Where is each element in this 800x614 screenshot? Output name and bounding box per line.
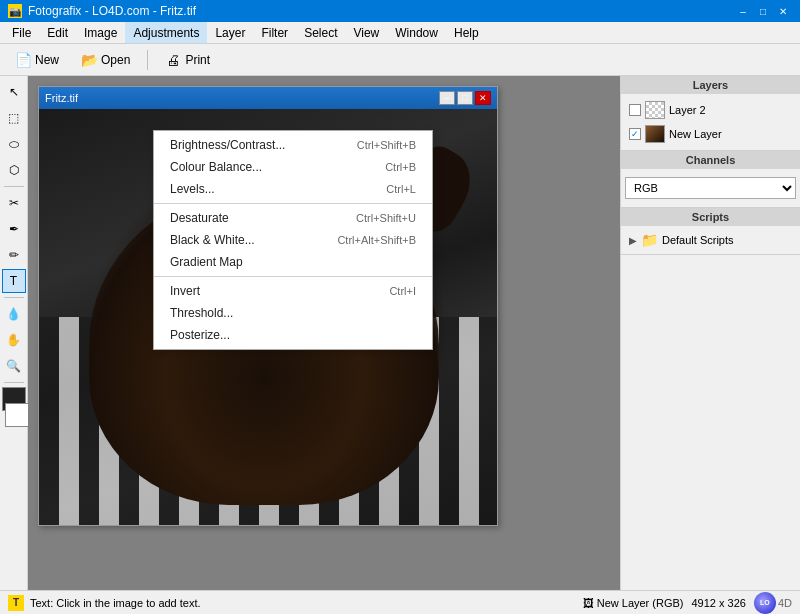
tool-ellipse-select[interactable]: ⬭ — [2, 132, 26, 156]
menu-gradient-map[interactable]: Gradient Map — [154, 251, 432, 273]
right-panel: Layers Layer 2 ✓ New Layer — [620, 76, 800, 590]
menu-separator-2 — [154, 276, 432, 277]
menu-colour-balance[interactable]: Colour Balance... Ctrl+B — [154, 156, 432, 178]
menu-image[interactable]: Image — [76, 22, 125, 43]
tool-zoom[interactable]: 🔍 — [2, 354, 26, 378]
app-icon: 📷 — [8, 4, 22, 18]
layer-item-new-layer[interactable]: ✓ New Layer — [625, 122, 796, 146]
new-icon: 📄 — [15, 52, 31, 68]
new-layer-preview — [646, 126, 664, 142]
layer2-checker — [646, 102, 664, 118]
default-scripts-label: Default Scripts — [662, 234, 734, 246]
scripts-section: Scripts ▶ 📁 Default Scripts — [621, 208, 800, 255]
image-window-title: Fritz.tif — [45, 92, 78, 104]
menu-separator-1 — [154, 203, 432, 204]
left-toolbar: ↖ ⬚ ⬭ ⬡ ✂ ✒ ✏ T 💧 ✋ 🔍 — [0, 76, 28, 590]
layers-header: Layers — [621, 76, 800, 94]
menu-bar: File Edit Image Adjustments Layer Filter… — [0, 22, 800, 44]
window-controls[interactable]: – □ ✕ — [734, 3, 792, 19]
scripts-header: Scripts — [621, 208, 800, 226]
tool-crop[interactable]: ✂ — [2, 191, 26, 215]
tool-separator-3 — [4, 382, 24, 383]
menu-file[interactable]: File — [4, 22, 39, 43]
title-bar-left: 📷 Fotografix - LO4D.com - Fritz.tif — [8, 4, 196, 18]
image-maximize-button[interactable]: □ — [457, 91, 473, 105]
layer-item-layer2[interactable]: Layer 2 — [625, 98, 796, 122]
image-close-button[interactable]: ✕ — [475, 91, 491, 105]
menu-desaturate[interactable]: Desaturate Ctrl+Shift+U — [154, 207, 432, 229]
main-area: ↖ ⬚ ⬭ ⬡ ✂ ✒ ✏ T 💧 ✋ 🔍 Fritz.tif – □ ✕ — [0, 76, 800, 590]
expand-icon[interactable]: ▶ — [629, 235, 637, 246]
status-tool-icon: T — [8, 595, 24, 611]
menu-window[interactable]: Window — [387, 22, 446, 43]
print-button[interactable]: 🖨 Print — [156, 47, 219, 73]
layers-content: Layer 2 ✓ New Layer — [621, 94, 800, 150]
lo4d-logo: LO 4D — [754, 592, 792, 614]
tool-text[interactable]: T — [2, 269, 26, 293]
open-icon: 📂 — [81, 52, 97, 68]
image-minimize-button[interactable]: – — [439, 91, 455, 105]
toolbar: 📄 New 📂 Open 🖨 Print — [0, 44, 800, 76]
menu-edit[interactable]: Edit — [39, 22, 76, 43]
menu-select[interactable]: Select — [296, 22, 345, 43]
channel-selector[interactable]: RGB Red Green Blue — [625, 177, 796, 199]
tool-separator-2 — [4, 297, 24, 298]
lo4d-circle-icon: LO — [754, 592, 776, 614]
tool-rect-select[interactable]: ⬚ — [2, 106, 26, 130]
menu-filter[interactable]: Filter — [253, 22, 296, 43]
scripts-content: ▶ 📁 Default Scripts — [621, 226, 800, 254]
default-scripts-item[interactable]: ▶ 📁 Default Scripts — [625, 230, 796, 250]
menu-layer[interactable]: Layer — [207, 22, 253, 43]
tool-bg-color[interactable] — [5, 403, 29, 427]
adjustments-dropdown: Brightness/Contrast... Ctrl+Shift+B Colo… — [153, 130, 433, 350]
folder-icon: 📁 — [641, 232, 658, 248]
menu-brightness-contrast[interactable]: Brightness/Contrast... Ctrl+Shift+B — [154, 134, 432, 156]
layers-section: Layers Layer 2 ✓ New Layer — [621, 76, 800, 151]
layer2-name: Layer 2 — [669, 104, 706, 116]
image-dimensions: 4912 x 326 — [692, 597, 746, 609]
open-button[interactable]: 📂 Open — [72, 47, 139, 73]
menu-levels[interactable]: Levels... Ctrl+L — [154, 178, 432, 200]
new-button[interactable]: 📄 New — [6, 47, 68, 73]
toolbar-separator — [147, 50, 148, 70]
menu-black-white[interactable]: Black & White... Ctrl+Alt+Shift+B — [154, 229, 432, 251]
status-text: Text: Click in the image to add text. — [30, 597, 201, 609]
image-window-titlebar: Fritz.tif – □ ✕ — [39, 87, 497, 109]
menu-help[interactable]: Help — [446, 22, 487, 43]
menu-threshold[interactable]: Threshold... — [154, 302, 432, 324]
maximize-button[interactable]: □ — [754, 3, 772, 19]
tool-brush[interactable]: ✏ — [2, 243, 26, 267]
close-button[interactable]: ✕ — [774, 3, 792, 19]
menu-invert[interactable]: Invert Ctrl+I — [154, 280, 432, 302]
channels-section: Channels RGB Red Green Blue — [621, 151, 800, 208]
print-icon: 🖨 — [165, 52, 181, 68]
tool-lasso[interactable]: ⬡ — [2, 158, 26, 182]
status-bar: T Text: Click in the image to add text. … — [0, 590, 800, 614]
channels-header: Channels — [621, 151, 800, 169]
tool-select-arrow[interactable]: ↖ — [2, 80, 26, 104]
new-layer-visibility[interactable]: ✓ — [629, 128, 641, 140]
tool-separator-1 — [4, 186, 24, 187]
tool-hand[interactable]: ✋ — [2, 328, 26, 352]
canvas-area: Fritz.tif – □ ✕ Brightness/Contrast.. — [28, 76, 620, 590]
tool-pen[interactable]: ✒ — [2, 217, 26, 241]
new-layer-thumb — [645, 125, 665, 143]
menu-adjustments[interactable]: Adjustments — [125, 22, 207, 43]
tool-eyedropper[interactable]: 💧 — [2, 302, 26, 326]
lo4d-text: 4D — [778, 597, 792, 609]
minimize-button[interactable]: – — [734, 3, 752, 19]
status-right: 🖼 New Layer (RGB) 4912 x 326 LO 4D — [583, 592, 792, 614]
layer-info: 🖼 New Layer (RGB) — [583, 597, 684, 609]
channels-content: RGB Red Green Blue — [621, 169, 800, 207]
window-title: Fotografix - LO4D.com - Fritz.tif — [28, 4, 196, 18]
status-left: T Text: Click in the image to add text. — [8, 595, 201, 611]
image-window-controls[interactable]: – □ ✕ — [439, 91, 491, 105]
layer2-thumb — [645, 101, 665, 119]
new-layer-name: New Layer — [669, 128, 722, 140]
layer2-visibility[interactable] — [629, 104, 641, 116]
menu-view[interactable]: View — [345, 22, 387, 43]
menu-posterize[interactable]: Posterize... — [154, 324, 432, 346]
title-bar: 📷 Fotografix - LO4D.com - Fritz.tif – □ … — [0, 0, 800, 22]
